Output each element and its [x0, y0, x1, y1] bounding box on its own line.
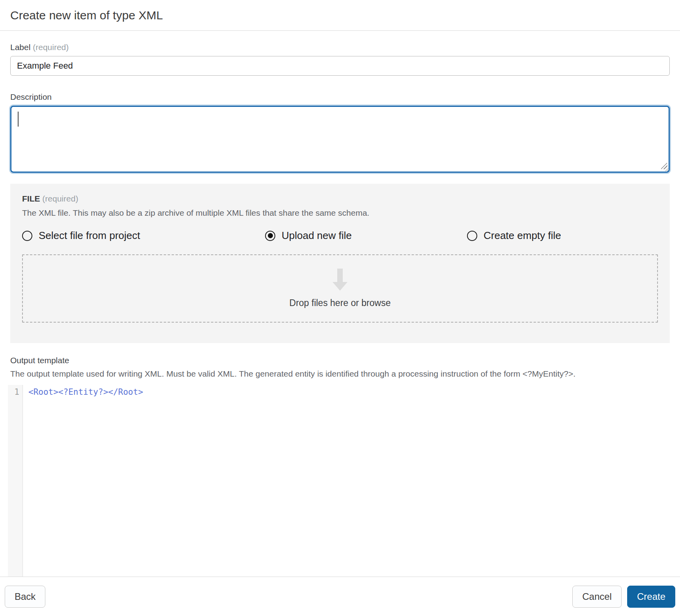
- radio-label: Create empty file: [484, 230, 561, 242]
- dialog-title: Create new item of type XML: [10, 9, 163, 22]
- output-template-help: The output template used for writing XML…: [10, 369, 670, 379]
- label-input[interactable]: [10, 56, 670, 76]
- file-source-radio-group: Select file from project Upload new file…: [22, 230, 658, 242]
- description-textarea[interactable]: [10, 106, 670, 173]
- radio-select-file-from-project[interactable]: Select file from project: [22, 230, 265, 242]
- description-textarea-wrap: [10, 106, 670, 173]
- output-template-label: Output template: [10, 356, 670, 365]
- dropzone-text: Drop files here or browse: [290, 298, 391, 308]
- label-required-hint: (required): [33, 43, 69, 52]
- file-section: FILE (required) The XML file. This may a…: [10, 184, 670, 343]
- dialog-body: Label (required) Description FILE (requi…: [0, 31, 680, 577]
- dialog-footer: Back Cancel Create: [0, 577, 680, 616]
- line-number: 1: [8, 387, 19, 397]
- back-button[interactable]: Back: [5, 586, 45, 608]
- editor-gutter: 1: [8, 385, 23, 577]
- label-field-label: Label (required): [10, 43, 670, 52]
- dialog-header: Create new item of type XML: [0, 0, 680, 31]
- radio-label: Upload new file: [282, 230, 352, 242]
- radio-icon: [467, 231, 477, 241]
- file-required-hint: (required): [42, 194, 78, 203]
- output-template-editor[interactable]: 1 <Root><?Entity?></Root>: [8, 385, 670, 577]
- file-section-label: FILE (required): [22, 194, 658, 203]
- radio-create-empty-file[interactable]: Create empty file: [467, 230, 658, 242]
- radio-upload-new-file[interactable]: Upload new file: [265, 230, 467, 242]
- radio-label: Select file from project: [39, 230, 140, 242]
- file-section-help: The XML file. This may also be a zip arc…: [22, 208, 658, 218]
- cancel-button[interactable]: Cancel: [572, 586, 622, 608]
- label-field-label-text: Label: [10, 43, 30, 52]
- file-label-text: FILE: [22, 194, 40, 203]
- radio-icon: [22, 231, 32, 241]
- arrow-down-icon: [333, 269, 347, 291]
- create-button[interactable]: Create: [627, 586, 675, 608]
- radio-icon: [265, 231, 275, 241]
- description-field-label: Description: [10, 92, 670, 102]
- editor-code-line[interactable]: <Root><?Entity?></Root>: [23, 385, 670, 577]
- file-dropzone[interactable]: Drop files here or browse: [22, 254, 658, 323]
